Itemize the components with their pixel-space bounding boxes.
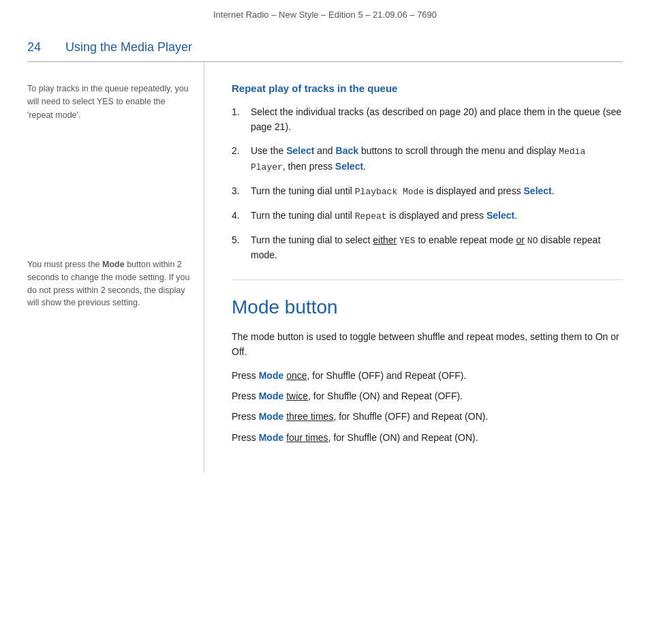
sidebar-note-1: To play tracks in the queue repeatedly, …: [27, 82, 190, 122]
three-times-underline: three times: [286, 411, 333, 422]
playback-mode-mono: Playback Mode: [355, 187, 424, 197]
yes-mono: YES: [399, 236, 415, 246]
section-divider: [232, 279, 623, 280]
main-content: Repeat play of tracks in the queue Selec…: [204, 62, 623, 471]
steps-list: Select the individual tracks (as describ…: [232, 105, 623, 263]
step-5: Turn the tuning dial to select either YE…: [232, 233, 623, 263]
select-bold-4: Select: [486, 210, 514, 221]
step-4-text: Turn the tuning dial until Repeat is dis…: [251, 209, 623, 224]
step-3-text: Turn the tuning dial until Playback Mode…: [251, 184, 623, 199]
mode-line-1: Press Mode once, for Shuffle (OFF) and R…: [232, 368, 623, 383]
chapter-number: 24: [27, 40, 49, 55]
content-area: To play tracks in the queue repeatedly, …: [27, 62, 623, 471]
four-times-underline: four times: [286, 432, 328, 443]
mode-bold-4: Mode: [259, 432, 284, 443]
back-bold: Back: [336, 145, 358, 156]
select-bold-3: Select: [524, 185, 552, 196]
step-2-text: Use the Select and Back buttons to scrol…: [251, 144, 623, 174]
sidebar-note-1-text: To play tracks in the queue repeatedly, …: [27, 82, 190, 122]
repeat-section-title: Repeat play of tracks in the queue: [232, 82, 623, 94]
sidebar-note-2-text: You must press the Mode button within 2 …: [27, 258, 190, 309]
once-underline: once: [286, 370, 307, 381]
sidebar: To play tracks in the queue repeatedly, …: [27, 62, 204, 471]
mode-line-3: Press Mode three times, for Shuffle (OFF…: [232, 409, 623, 424]
step-4: Turn the tuning dial until Repeat is dis…: [232, 209, 623, 224]
step-1-text: Select the individual tracks (as describ…: [251, 105, 623, 134]
mode-bold-sidebar: Mode: [102, 260, 125, 269]
chapter-title: Using the Media Player: [65, 40, 192, 55]
mode-bold-2: Mode: [259, 390, 284, 401]
sidebar-note-2: You must press the Mode button within 2 …: [27, 258, 190, 309]
mode-bold-1: Mode: [259, 370, 284, 381]
select-bold-2: Select: [335, 161, 363, 172]
step-5-text: Turn the tuning dial to select either YE…: [251, 233, 623, 263]
no-mono: NO: [527, 236, 538, 246]
mode-intro: The mode button is used to toggle betwee…: [232, 329, 623, 360]
or-underline: or: [516, 234, 524, 245]
select-bold: Select: [286, 145, 314, 156]
step-1: Select the individual tracks (as describ…: [232, 105, 623, 134]
either-underline: either: [373, 234, 397, 245]
mode-section-title: Mode button: [232, 296, 623, 318]
repeat-mono: Repeat: [355, 211, 387, 221]
step-3: Turn the tuning dial until Playback Mode…: [232, 184, 623, 199]
chapter-heading: 24 Using the Media Player: [27, 25, 623, 61]
twice-underline: twice: [286, 390, 308, 401]
mode-bold-3: Mode: [259, 411, 284, 422]
page-layout: 24 Using the Media Player To play tracks…: [0, 25, 650, 471]
page-header: Internet Radio – New Style – Edition 5 –…: [0, 0, 650, 25]
mode-line-4: Press Mode four times, for Shuffle (ON) …: [232, 430, 623, 445]
header-text: Internet Radio – New Style – Edition 5 –…: [213, 10, 437, 20]
mode-line-2: Press Mode twice, for Shuffle (ON) and R…: [232, 388, 623, 403]
step-2: Use the Select and Back buttons to scrol…: [232, 144, 623, 174]
